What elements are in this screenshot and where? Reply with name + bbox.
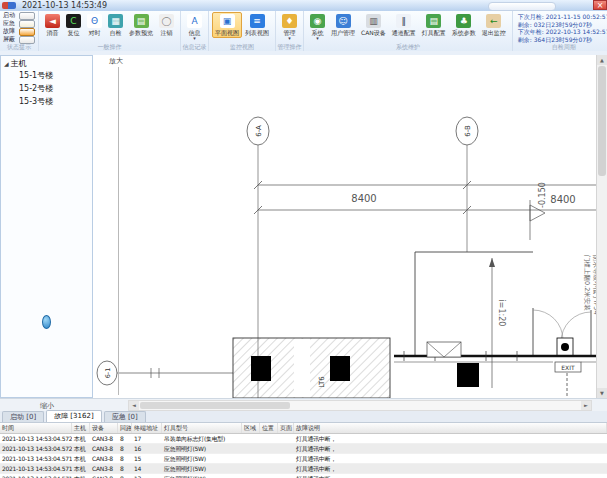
channel-config-button[interactable]: ‖通道配置 xyxy=(389,12,419,38)
manage-button[interactable]: ♦管理▾ xyxy=(279,12,300,42)
zoom-in-button[interactable]: 放大 xyxy=(109,56,123,66)
column-header[interactable]: 故障说明 xyxy=(294,423,607,433)
column-header[interactable]: 时间 xyxy=(0,423,72,433)
legend-color-box xyxy=(19,12,35,20)
ribbon-groups: ◄消音C复位Θ对时▦自检▤参数预览◯注销一般操作A信息▾信息记录▣平面视图≡列表… xyxy=(39,11,607,51)
table-cell xyxy=(260,434,278,443)
door-left-swing-arc xyxy=(533,310,563,340)
table-cell xyxy=(278,474,294,478)
info-line: 剩余: 364日23时59分07秒 xyxy=(518,36,607,44)
system-button[interactable]: ◉系统▾ xyxy=(307,12,328,42)
button-label: 对时 xyxy=(89,29,101,36)
table-cell: 17 xyxy=(132,434,162,443)
tree-root-host[interactable]: ◢主机 xyxy=(1,56,92,69)
door-right-swing-arc xyxy=(561,312,591,342)
list-view-button[interactable]: ≡列表视图 xyxy=(242,12,272,38)
ribbon-toolbar: 启动应急故障屏蔽 状态提示 ◄消音C复位Θ对时▦自检▤参数预览◯注销一般操作A信… xyxy=(0,11,607,52)
column-header[interactable]: 设备 xyxy=(90,423,118,433)
vertical-scroll-thumb[interactable] xyxy=(598,66,606,176)
tree-expand-icon[interactable]: ◢ xyxy=(4,60,9,67)
tree-item-building[interactable]: 15-3号楼 xyxy=(1,95,92,108)
grid-bubble-a-label: 6-A xyxy=(255,125,263,137)
column-header[interactable]: 页面 xyxy=(278,423,294,433)
info-button[interactable]: A信息▾ xyxy=(184,12,205,42)
dropdown-caret-icon: ▾ xyxy=(316,36,319,40)
can-device-button[interactable]: ▥CAN设备 xyxy=(358,12,389,38)
device-tree-panel: ◢主机 15-1号楼15-2号楼15-3号楼 xyxy=(0,55,93,398)
lamp-config-button[interactable]: ▤灯具配置 xyxy=(419,12,449,38)
info-line: 下次年检: 2022-10-13 14:52:57 xyxy=(518,28,607,36)
legend-item: 应急 xyxy=(3,20,35,27)
plan-view-button[interactable]: ▣平面视图 xyxy=(212,12,242,38)
scroll-right-arrow-icon[interactable]: ► xyxy=(581,401,591,410)
button-label: 退出监控 xyxy=(482,29,506,36)
table-row[interactable]: 2021-10-13 14:53:04.571本机CAN3-8814应急照明灯(… xyxy=(0,464,607,474)
table-cell: 8 xyxy=(118,444,132,453)
logout-button[interactable]: ◯注销 xyxy=(156,12,177,38)
table-row[interactable]: 2021-10-13 14:53:04.571本机CAN3-8813应急照明灯(… xyxy=(0,474,607,478)
table-cell: 应急照明灯(5W) xyxy=(162,474,242,478)
tab[interactable]: 启动 [0] xyxy=(2,411,44,422)
horizontal-scrollbar[interactable]: ◄ ► xyxy=(128,400,592,411)
table-cell xyxy=(278,444,294,453)
tab[interactable]: 故障 [3162] xyxy=(46,410,102,422)
ribbon-group-label: 系统维护 xyxy=(304,43,512,51)
button-label: 自检 xyxy=(110,29,122,36)
scroll-left-arrow-icon[interactable]: ◄ xyxy=(129,401,139,410)
user-manage-button[interactable]: ☺用户管理 xyxy=(328,12,358,38)
system-param-icon: ♣ xyxy=(456,14,471,28)
table-row[interactable]: 2021-10-13 14:53:04.572本机CAN3-8816应急照明灯(… xyxy=(0,444,607,454)
dropdown-caret-icon: ▾ xyxy=(288,36,291,40)
reset-button[interactable]: C复位 xyxy=(63,12,84,38)
ribbon-group-label: 管理操作 xyxy=(276,43,303,51)
vertical-scrollbar[interactable]: ▲ ▼ xyxy=(596,55,607,398)
table-cell: CAN3-8 xyxy=(90,454,118,463)
close-button[interactable]: × xyxy=(593,0,607,10)
event-log-tabs: 启动 [0]故障 [3162]应急 [0] xyxy=(0,411,607,423)
mute-icon: ◄ xyxy=(45,14,60,28)
info-line: 剩余: 032日23时59分07秒 xyxy=(518,21,607,29)
lamp-symbol-dot xyxy=(561,343,569,351)
system-param-button[interactable]: ♣系统参数 xyxy=(449,12,479,38)
clock-button[interactable]: Θ对时 xyxy=(84,12,105,38)
button-label: 用户管理 xyxy=(331,29,355,36)
event-table: 时间主机设备回路终端地址灯具型号区域位置页面故障说明 2021-10-13 14… xyxy=(0,423,607,478)
preview-button[interactable]: ▤参数预览 xyxy=(126,12,156,38)
column-header[interactable]: 位置 xyxy=(260,423,278,433)
exit-monitor-button[interactable]: ←退出监控 xyxy=(479,12,509,38)
column-section-right xyxy=(330,356,350,381)
table-row[interactable]: 2021-10-13 14:53:04.571本机CAN3-8815应急照明灯(… xyxy=(0,454,607,464)
scroll-up-arrow-icon[interactable]: ▲ xyxy=(597,55,607,65)
plan-view-icon: ▣ xyxy=(220,14,235,28)
table-cell: 2021-10-13 14:53:04.571 xyxy=(0,454,72,463)
scroll-down-arrow-icon[interactable]: ▼ xyxy=(597,388,607,398)
column-header[interactable]: 终端地址 xyxy=(132,423,162,433)
table-row[interactable]: 2021-10-13 14:53:04.572本机CAN3-8817吊装单向标志… xyxy=(0,434,607,444)
tab[interactable]: 应急 [0] xyxy=(104,411,146,422)
button-label: CAN设备 xyxy=(361,29,386,36)
button-label: 通道配置 xyxy=(392,29,416,36)
table-cell: 本机 xyxy=(72,454,90,463)
column-header[interactable]: 主机 xyxy=(72,423,90,433)
plan-drawing-canvas[interactable]: 放大 6-A 6-B 8400 8400 -0.150 xyxy=(93,55,596,398)
column-header[interactable]: 回路 xyxy=(118,423,132,433)
tree-item-building[interactable]: 15-1号楼 xyxy=(1,69,92,82)
mute-button[interactable]: ◄消音 xyxy=(42,12,63,38)
table-cell: 2021-10-13 14:53:04.571 xyxy=(0,464,72,473)
legend-item: 故障 xyxy=(3,28,35,35)
table-cell xyxy=(260,444,278,453)
window-title: 2021-10-13 14:53:49 xyxy=(22,1,107,10)
table-cell xyxy=(242,464,260,473)
tree-item-building[interactable]: 15-2号楼 xyxy=(1,82,92,95)
table-cell: 13 xyxy=(132,474,162,478)
splitter-handle[interactable] xyxy=(42,315,51,329)
button-label: 平面视图 xyxy=(215,29,239,36)
column-header[interactable]: 区域 xyxy=(242,423,260,433)
column-header[interactable]: 灯具型号 xyxy=(162,423,242,433)
table-body: 2021-10-13 14:53:04.572本机CAN3-8817吊装单向标志… xyxy=(0,434,607,478)
info-icon: A xyxy=(187,14,202,28)
self-check-button[interactable]: ▦自检 xyxy=(105,12,126,38)
zoom-slider-track[interactable] xyxy=(118,67,119,395)
application-window: { "window": { "title": "2021-10-13 14:53… xyxy=(0,0,607,478)
horizontal-scroll-thumb[interactable] xyxy=(140,402,290,409)
